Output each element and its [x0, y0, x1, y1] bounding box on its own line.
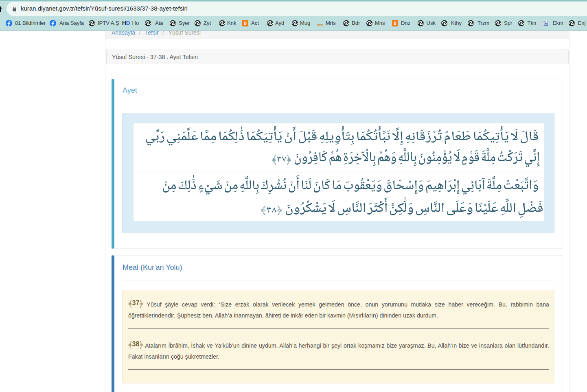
svg-text:0: 0 — [394, 20, 396, 26]
svg-text:0: 0 — [244, 20, 247, 26]
